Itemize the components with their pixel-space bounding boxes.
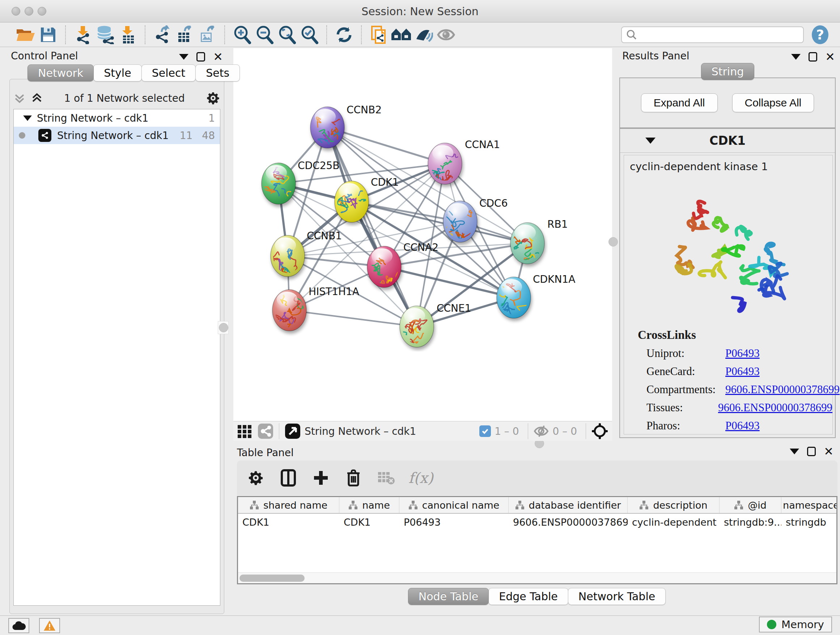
table-panel-collapse-icon[interactable] [790, 448, 799, 454]
column-header[interactable]: database identifier [508, 497, 628, 513]
crosslinks-title: CrossLinks [638, 328, 832, 342]
show-hide-graphics-button[interactable] [435, 25, 457, 44]
collapse-all-button[interactable]: Collapse All [732, 93, 814, 112]
export-table-button[interactable] [174, 25, 196, 44]
column-header[interactable]: canonical name [399, 497, 508, 513]
network-node-CDC25B[interactable] [262, 163, 298, 211]
network-selection-status: 1 of 1 Network selected [43, 92, 206, 104]
column-type-icon [639, 500, 649, 510]
import-network-from-database-button[interactable] [94, 25, 117, 44]
copy-network-style-button[interactable] [368, 25, 390, 44]
network-node-CCNB2[interactable] [310, 107, 347, 154]
control-panel-float-icon[interactable] [196, 52, 205, 62]
zoom-in-button[interactable] [231, 25, 253, 44]
results-panel-collapse-icon[interactable] [791, 54, 801, 60]
window-title: Session: New Session [0, 5, 840, 18]
hidden-nodes-edges-count: 0 – 0 [553, 425, 577, 437]
export-network-button[interactable] [151, 25, 174, 44]
collapse-all-icon[interactable] [13, 92, 26, 104]
uniprot-link[interactable]: P06493 [725, 347, 760, 360]
tab-node-table[interactable]: Node Table [408, 588, 489, 605]
selected-items-checkbox-icon[interactable] [479, 425, 491, 437]
network-canvas[interactable]: CCNB2CCNA1CDC25BCDK1CDC6RB1CCNB1CCNA2CDK… [233, 48, 612, 421]
zoom-out-button[interactable] [253, 25, 276, 44]
network-node-CCNB1[interactable] [271, 235, 305, 282]
center-view-crosshair-icon[interactable] [591, 423, 608, 440]
enhance-labels-button[interactable] [412, 25, 435, 44]
string-home-button[interactable] [390, 25, 412, 44]
table-settings-button[interactable] [246, 468, 266, 488]
expand-all-icon[interactable] [31, 92, 43, 104]
create-column-button[interactable] [311, 468, 331, 488]
column-header[interactable]: shared name [238, 497, 339, 513]
tree-expand-caret-icon[interactable] [23, 116, 32, 121]
network-collection-row[interactable]: String Network – cdk1 1 [14, 109, 220, 127]
import-network-button[interactable] [72, 25, 94, 44]
control-panel-title: Control Panel [11, 50, 78, 62]
memory-button[interactable]: Memory [759, 616, 832, 632]
results-panel-float-icon[interactable] [808, 52, 817, 62]
column-header[interactable]: namespace [782, 497, 836, 513]
network-node-RB1[interactable] [509, 223, 545, 268]
genecard-link[interactable]: P06493 [725, 365, 760, 378]
refresh-view-button[interactable] [333, 25, 355, 44]
network-node-HIST1H1A[interactable] [272, 290, 306, 334]
warnings-button[interactable] [39, 618, 60, 633]
gene-section-header[interactable]: CDK1 [620, 129, 835, 153]
network-edge[interactable] [384, 267, 514, 298]
network-node-CCNE1[interactable] [393, 306, 434, 347]
control-panel-close-icon[interactable]: ✕ [213, 52, 223, 62]
export-image-button[interactable] [196, 25, 218, 44]
open-session-button[interactable] [14, 25, 37, 44]
column-header[interactable]: @id [720, 497, 782, 513]
network-options-gear-icon[interactable] [206, 91, 220, 105]
tissues-link[interactable]: 9606.ENSP00000378699 [718, 401, 832, 414]
table-tabs: Node TableEdge TableNetwork Table [233, 588, 840, 605]
control-panel-collapse-icon[interactable] [179, 54, 188, 60]
scrollbar-thumb[interactable] [240, 575, 305, 582]
save-session-button[interactable] [37, 25, 59, 44]
gray-eye-icon [437, 27, 455, 42]
show-columns-button[interactable] [278, 468, 298, 488]
tab-sets[interactable]: Sets [195, 65, 240, 81]
search-icon [626, 29, 637, 40]
help-button[interactable]: ? [810, 25, 830, 44]
protein-structure-image [651, 174, 806, 326]
cloud-services-button[interactable] [8, 618, 29, 633]
tab-style[interactable]: Style [93, 65, 141, 81]
results-panel-close-icon[interactable]: ✕ [825, 52, 835, 62]
tab-network[interactable]: Network [27, 65, 94, 81]
column-header[interactable]: name [339, 497, 399, 513]
zoom-fit-button[interactable] [276, 25, 298, 44]
birdseye-view-icon[interactable] [237, 424, 252, 439]
tab-string-results[interactable]: String [701, 63, 755, 80]
table-panel-close-icon[interactable]: ✕ [824, 447, 834, 456]
tab-edge-table[interactable]: Edge Table [488, 588, 568, 605]
network-node-CDK1[interactable] [335, 181, 375, 222]
column-header[interactable]: description [628, 497, 720, 513]
delete-column-button[interactable] [343, 468, 363, 488]
table-panel-float-icon[interactable] [807, 447, 816, 456]
left-splitter-handle[interactable] [218, 321, 229, 334]
compartments-link[interactable]: 9606.ENSP00000378699 [725, 383, 840, 396]
section-collapse-caret-icon[interactable] [645, 138, 655, 144]
string-style-icon-disabled[interactable] [257, 423, 274, 440]
zoom-selected-button[interactable] [298, 25, 321, 44]
table-row[interactable]: CDK1 CDK1 P06493 9606.ENSP00000378699 cy… [238, 514, 836, 531]
network-edge[interactable] [289, 310, 417, 326]
save-floppy-icon [39, 26, 57, 43]
network-edge[interactable] [327, 127, 445, 164]
tab-select[interactable]: Select [141, 65, 196, 81]
edge-count: 48 [202, 130, 215, 141]
open-in-window-icon[interactable] [284, 423, 301, 440]
tab-network-table[interactable]: Network Table [568, 588, 666, 605]
search-input[interactable] [637, 29, 796, 40]
toolbar-separator [224, 25, 225, 44]
expand-all-button[interactable]: Expand All [641, 93, 718, 112]
crosslink-row: Compartments: 9606.ENSP00000378699 [646, 383, 832, 396]
warning-triangle-icon [43, 620, 56, 631]
network-row[interactable]: String Network – cdk1 11 48 [14, 127, 220, 144]
pharos-link[interactable]: P06493 [725, 419, 760, 432]
node-label-CCNE1: CCNE1 [437, 302, 471, 314]
import-table-button[interactable] [117, 25, 139, 44]
